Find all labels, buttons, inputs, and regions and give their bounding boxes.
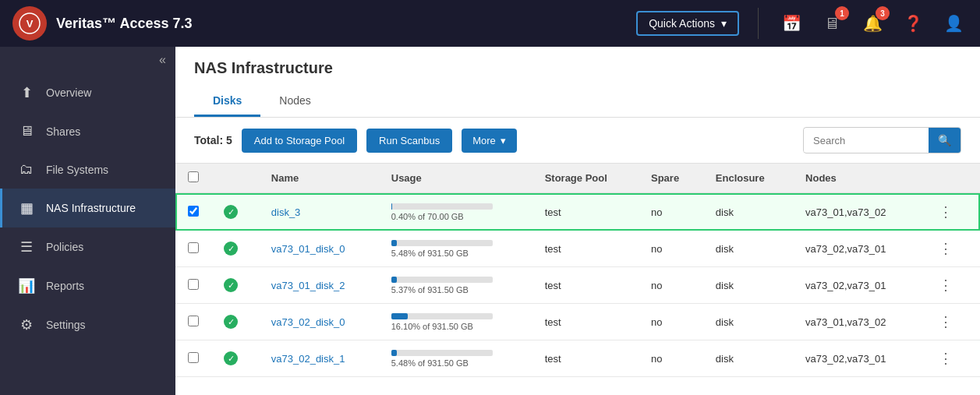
table-row: ✓ va73_02_disk_1 5.48% of 931.50 GB test… [175, 340, 980, 377]
page-header: NAS Infrastructure Disks Nodes [175, 47, 980, 118]
row-storage-pool-cell: test [532, 193, 639, 231]
main-content: NAS Infrastructure Disks Nodes Total: 5 … [175, 47, 980, 395]
row-checkbox[interactable] [188, 352, 199, 363]
search-button[interactable]: 🔍 [929, 128, 961, 153]
row-actions-cell: ⋮ [922, 340, 980, 377]
tab-nodes[interactable]: Nodes [260, 86, 329, 117]
usage-bar-container [391, 313, 493, 319]
settings-icon: ⚙ [18, 316, 35, 333]
row-actions-button[interactable]: ⋮ [934, 202, 957, 222]
file-systems-icon: 🗂 [18, 161, 35, 178]
sidebar-item-nas-infrastructure[interactable]: ▦ NAS Infrastructure [0, 189, 175, 227]
row-actions-button[interactable]: ⋮ [934, 312, 957, 332]
sidebar-item-settings[interactable]: ⚙ Settings [0, 305, 175, 344]
overview-icon: ⬆ [18, 84, 35, 101]
table-row: ✓ va73_02_disk_0 16.10% of 931.50 GB tes… [175, 304, 980, 340]
col-status [211, 164, 259, 193]
svg-text:V: V [27, 18, 34, 30]
sidebar: « ⬆ Overview 🖥 Shares 🗂 File Systems ▦ N… [0, 47, 175, 395]
row-actions-button[interactable]: ⋮ [934, 348, 957, 369]
sidebar-item-shares[interactable]: 🖥 Shares [0, 112, 175, 150]
row-name-cell: va73_01_disk_2 [259, 267, 379, 304]
row-nodes-cell: va73_01,va73_02 [793, 193, 922, 231]
row-nodes-cell: va73_02,va73_01 [793, 231, 922, 267]
status-ok-icon: ✓ [224, 351, 238, 365]
disk-name-link[interactable]: va73_01_disk_2 [271, 280, 345, 291]
status-ok-icon: ✓ [224, 315, 238, 329]
row-storage-pool-cell: test [532, 231, 639, 267]
row-nodes-cell: va73_02,va73_01 [793, 340, 922, 377]
row-storage-pool-cell: test [532, 267, 639, 304]
row-usage-cell: 5.48% of 931.50 GB [379, 231, 532, 267]
disk-name-link[interactable]: va73_02_disk_1 [271, 353, 345, 365]
row-checkbox[interactable] [188, 279, 199, 290]
add-to-storage-pool-button[interactable]: Add to Storage Pool [242, 129, 357, 153]
tabs-container: Disks Nodes [194, 86, 961, 117]
toolbar: Total: 5 Add to Storage Pool Run Scanbus… [175, 118, 980, 164]
row-actions-cell: ⋮ [922, 267, 980, 304]
usage-text: 5.48% of 931.50 GB [391, 249, 520, 258]
more-label: More [472, 135, 496, 146]
sidebar-item-overview[interactable]: ⬆ Overview [0, 73, 175, 112]
disk-name-link[interactable]: va73_01_disk_0 [271, 243, 345, 255]
disks-table: Name Usage Storage Pool Spare Enclosure … [175, 164, 980, 377]
app-logo: V [12, 6, 47, 41]
row-status-cell: ✓ [211, 193, 259, 231]
help-icon-button[interactable]: ❓ [899, 9, 927, 37]
status-ok-icon: ✓ [224, 242, 238, 256]
select-all-checkbox[interactable] [188, 171, 199, 182]
row-actions-button[interactable]: ⋮ [934, 275, 957, 295]
status-ok-icon: ✓ [224, 205, 238, 219]
sidebar-item-label: Overview [46, 86, 91, 99]
usage-bar [391, 350, 397, 356]
row-name-cell: va73_01_disk_0 [259, 231, 379, 267]
sidebar-item-label: Shares [46, 125, 80, 138]
row-actions-cell: ⋮ [922, 231, 980, 267]
usage-text: 5.48% of 931.50 GB [391, 358, 520, 368]
row-checkbox[interactable] [188, 206, 199, 217]
status-ok-icon: ✓ [224, 278, 238, 292]
row-status-cell: ✓ [211, 340, 259, 377]
sidebar-item-policies[interactable]: ☰ Policies [0, 227, 175, 266]
tab-disks[interactable]: Disks [194, 86, 260, 117]
disk-name-link[interactable]: va73_02_disk_0 [271, 316, 345, 328]
quick-actions-button[interactable]: Quick Actions ▾ [636, 11, 739, 36]
row-actions-button[interactable]: ⋮ [934, 238, 957, 259]
bell-icon-button[interactable]: 🔔 3 [858, 9, 886, 37]
user-icon-button[interactable]: 👤 [939, 9, 968, 37]
usage-bar-container [391, 240, 493, 246]
app-header: V Veritas™ Access 7.3 Quick Actions ▾ 📅 … [0, 0, 980, 47]
usage-text: 5.37% of 931.50 GB [391, 285, 520, 294]
search-input[interactable] [804, 129, 929, 152]
row-storage-pool-cell: test [532, 304, 639, 340]
quick-actions-label: Quick Actions [649, 17, 715, 30]
row-checkbox[interactable] [188, 242, 199, 253]
disk-name-link[interactable]: disk_3 [271, 206, 301, 218]
row-name-cell: va73_02_disk_1 [259, 340, 379, 377]
row-spare-cell: no [639, 304, 703, 340]
row-usage-cell: 5.48% of 931.50 GB [379, 340, 532, 377]
usage-text: 0.40% of 70.00 GB [391, 212, 520, 221]
usage-bar [391, 203, 392, 210]
header-actions: Quick Actions ▾ 📅 🖥 1 🔔 3 ❓ 👤 [636, 8, 968, 39]
usage-text: 16.10% of 931.50 GB [391, 322, 520, 331]
sidebar-item-file-systems[interactable]: 🗂 File Systems [0, 150, 175, 189]
run-scanbus-button[interactable]: Run Scanbus [366, 129, 452, 153]
sidebar-collapse-button[interactable]: « [0, 47, 175, 73]
table-container: Name Usage Storage Pool Spare Enclosure … [175, 164, 980, 395]
row-checkbox-cell [175, 267, 211, 304]
shares-icon: 🖥 [18, 123, 35, 139]
more-button[interactable]: More ▾ [462, 129, 517, 153]
calendar-icon-button[interactable]: 📅 [777, 9, 805, 37]
table-row: ✓ va73_01_disk_0 5.48% of 931.50 GB test… [175, 231, 980, 267]
row-storage-pool-cell: test [532, 340, 639, 377]
app-layout: « ⬆ Overview 🖥 Shares 🗂 File Systems ▦ N… [0, 47, 980, 395]
row-status-cell: ✓ [211, 304, 259, 340]
monitor-icon-button[interactable]: 🖥 1 [818, 9, 846, 37]
policies-icon: ☰ [18, 238, 35, 256]
row-checkbox[interactable] [188, 316, 199, 326]
usage-bar-container [391, 350, 493, 356]
row-enclosure-cell: disk [703, 304, 793, 340]
reports-icon: 📊 [18, 277, 35, 294]
sidebar-item-reports[interactable]: 📊 Reports [0, 266, 175, 305]
